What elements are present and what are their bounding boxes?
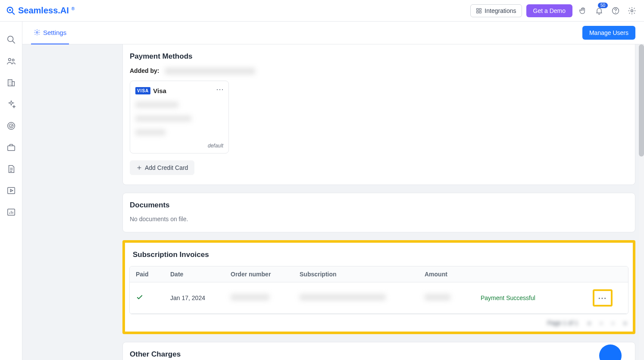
plus-icon: [136, 165, 142, 171]
search-icon: [6, 35, 16, 44]
help-button[interactable]: [610, 5, 622, 17]
th-amount: Amount: [425, 271, 481, 278]
subscription-invoices-card: Subscription Invoices Paid Date Order nu…: [122, 240, 635, 334]
svg-point-21: [36, 31, 38, 33]
brand-logo[interactable]: Seamless.AI®: [6, 6, 75, 16]
svg-point-10: [7, 36, 13, 42]
invoice-row-more-button[interactable]: ⋯: [593, 289, 613, 307]
building-icon: [6, 78, 16, 88]
rail-lists[interactable]: [5, 163, 17, 175]
invoice-subscription-redacted: [300, 294, 386, 301]
rail-contacts[interactable]: [5, 55, 17, 67]
svg-rect-4: [480, 8, 481, 10]
target-check-icon: [6, 121, 16, 131]
documents-card: Documents No documents on file.: [122, 193, 635, 232]
payment-methods-title: Payment Methods: [130, 52, 628, 61]
check-icon: [136, 294, 144, 301]
sparkles-icon: [6, 100, 16, 109]
added-by-row: Added by:: [130, 67, 628, 75]
add-credit-card-button[interactable]: Add Credit Card: [130, 160, 194, 175]
rail-ai[interactable]: [5, 98, 17, 110]
top-header-bar: Seamless.AI® Integrations Get a Demo 50: [0, 0, 644, 22]
gear-icon: [628, 6, 636, 15]
content-area: Settings Manage Users Payment Methods Ad…: [22, 22, 644, 360]
pager-first[interactable]: «: [588, 319, 591, 326]
settings-gear-button[interactable]: [626, 5, 638, 17]
th-subscription: Subscription: [300, 271, 425, 278]
gear-small-icon: [34, 29, 41, 36]
card-details-redacted: [135, 99, 223, 140]
rail-search[interactable]: [5, 34, 17, 46]
get-demo-button[interactable]: Get a Demo: [526, 4, 572, 17]
svg-rect-14: [8, 80, 12, 86]
scroll-area: Payment Methods Added by: ⋯ VISA Visa: [22, 44, 644, 360]
invoice-status: Payment Successful: [481, 294, 593, 301]
hand-icon-button[interactable]: [577, 5, 589, 17]
credit-card-tile: ⋯ VISA Visa default: [130, 81, 229, 153]
pager-text: Page 1 of 1: [547, 319, 578, 326]
svg-rect-6: [480, 11, 481, 13]
pager-last[interactable]: »: [623, 319, 627, 326]
play-square-icon: [6, 186, 16, 195]
notification-count-badge: 50: [598, 3, 608, 8]
manage-users-button[interactable]: Manage Users: [582, 26, 635, 40]
th-paid: Paid: [136, 271, 170, 278]
brand-trademark: ®: [72, 6, 75, 11]
card-more-button[interactable]: ⋯: [216, 85, 224, 94]
payment-methods-card: Payment Methods Added by: ⋯ VISA Visa: [122, 44, 635, 185]
search-target-icon: [6, 6, 16, 16]
svg-point-13: [12, 59, 14, 61]
svg-rect-5: [477, 11, 478, 13]
card-default-tag: default: [135, 143, 223, 149]
invoice-amount-redacted: [425, 294, 450, 301]
th-order: Order number: [231, 271, 300, 278]
th-date: Date: [170, 271, 231, 278]
rail-analytics[interactable]: [5, 206, 17, 218]
invoice-row: Jan 17, 2024 Payment Successful ⋯: [130, 282, 628, 314]
rail-jobs[interactable]: [5, 141, 17, 153]
notifications-button[interactable]: 50: [593, 5, 605, 17]
invoice-order-redacted: [231, 294, 269, 301]
pager-prev[interactable]: ‹: [600, 319, 603, 326]
help-icon: [611, 6, 620, 15]
added-by-label: Added by:: [130, 67, 159, 74]
document-icon: [6, 164, 16, 174]
integrations-label: Integrations: [485, 7, 516, 14]
people-icon: [6, 56, 16, 66]
pager-next[interactable]: ›: [612, 319, 614, 326]
invoices-table-header: Paid Date Order number Subscription Amou…: [130, 266, 628, 282]
rail-companies[interactable]: [5, 77, 17, 89]
svg-point-12: [8, 59, 10, 61]
svg-rect-3: [477, 8, 478, 10]
subheader-bar: Settings Manage Users: [22, 22, 644, 44]
svg-line-11: [13, 41, 15, 44]
svg-line-2: [12, 12, 15, 14]
tab-settings-label: Settings: [43, 29, 66, 36]
bar-chart-icon: [6, 207, 16, 217]
hand-icon: [578, 6, 587, 15]
rail-video[interactable]: [5, 185, 17, 197]
main-layout: Settings Manage Users Payment Methods Ad…: [0, 22, 644, 360]
other-charges-card: Other Charges No additional charges on f…: [122, 342, 635, 360]
other-charges-title: Other Charges: [130, 350, 628, 359]
invoice-date: Jan 17, 2024: [170, 294, 231, 301]
briefcase-icon: [6, 143, 16, 152]
svg-point-9: [631, 9, 633, 12]
tab-settings[interactable]: Settings: [31, 22, 69, 44]
svg-rect-15: [12, 81, 14, 86]
svg-rect-19: [7, 188, 15, 194]
documents-title: Documents: [130, 201, 628, 210]
top-actions: Integrations Get a Demo 50: [470, 4, 638, 17]
add-card-label: Add Credit Card: [145, 164, 188, 171]
invoices-title: Subscription Invoices: [133, 250, 628, 259]
card-brand-label: Visa: [153, 87, 166, 94]
svg-point-1: [9, 9, 11, 11]
svg-rect-18: [7, 146, 15, 150]
card-brand-row: VISA Visa: [135, 87, 223, 94]
integrations-button[interactable]: Integrations: [470, 4, 522, 17]
paid-check-icon: [136, 294, 170, 303]
invoices-table: Paid Date Order number Subscription Amou…: [129, 266, 628, 314]
added-by-value-redacted: [165, 68, 255, 75]
scrollbar-thumb[interactable]: [639, 44, 644, 157]
rail-intent[interactable]: [5, 120, 17, 132]
